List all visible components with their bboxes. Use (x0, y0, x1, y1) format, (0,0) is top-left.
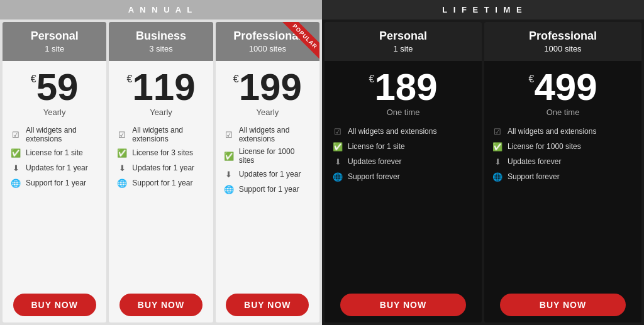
plan-header-professional-lifetime: Professional 1000 sites (484, 22, 641, 61)
download-icon: ⬇ (10, 162, 21, 174)
plan-name: Professional (489, 30, 636, 43)
check-square-icon: ☑ (116, 129, 128, 140)
feature-item: ✅ License for 1000 sites (223, 147, 312, 165)
globe-icon: 🌐 (332, 171, 343, 182)
feature-item: ⬇ Updates for 1 year (10, 162, 99, 174)
currency: € (126, 74, 132, 85)
buy-button-business-annual[interactable]: BUY NOW (119, 294, 203, 316)
feature-item: ☑ All widgets and extensions (332, 126, 474, 137)
check-circle-icon: ✅ (492, 141, 503, 152)
buy-button-personal-lifetime[interactable]: BUY NOW (340, 294, 466, 316)
feature-item: ✅ License for 1 site (10, 147, 99, 158)
period: One time (330, 107, 477, 117)
period: Yearly (221, 107, 314, 117)
feature-text: Updates for 1 year (26, 163, 88, 172)
check-circle-icon: ✅ (116, 147, 128, 158)
feature-item: 🌐 Support for 1 year (116, 177, 205, 189)
plan-price-business-annual: € 119 Yearly (109, 61, 213, 121)
annual-header: A N N U A L (0, 0, 322, 19)
feature-item: ☑ All widgets and extensions (223, 126, 312, 143)
plan-price-professional-annual: € 199 Yearly (216, 61, 319, 121)
feature-text: All widgets and extensions (239, 126, 312, 143)
currency: € (528, 74, 534, 85)
feature-item: ☑ All widgets and extensions (492, 126, 634, 137)
plan-sites: 1000 sites (489, 44, 636, 53)
lifetime-plans-row: Personal 1 site € 189 One time ☑ All wid… (322, 19, 644, 325)
feature-item: ⬇ Updates for 1 year (116, 162, 205, 174)
price-amount: 189 (374, 69, 437, 106)
check-circle-icon: ✅ (223, 150, 235, 162)
download-icon: ⬇ (116, 162, 128, 174)
globe-icon: 🌐 (116, 177, 128, 189)
price-amount: 199 (239, 69, 302, 106)
feature-text: License for 1000 sites (239, 147, 312, 165)
feature-text: License for 1 site (26, 148, 83, 157)
plan-price-professional-lifetime: € 499 One time (484, 61, 641, 121)
globe-icon: 🌐 (492, 171, 503, 182)
feature-item: ⬇ Updates for 1 year (223, 168, 312, 180)
feature-text: Support for 1 year (239, 185, 299, 194)
feature-text: All widgets and extensions (508, 127, 596, 136)
plan-sites: 1 site (8, 44, 101, 53)
plan-personal-annual: Personal 1 site € 59 Yearly ☑ All widget… (3, 22, 106, 322)
check-circle-icon: ✅ (10, 147, 21, 158)
annual-plans-row: Personal 1 site € 59 Yearly ☑ All widget… (0, 19, 322, 325)
feature-text: Updates for 1 year (132, 163, 194, 172)
buy-button-personal-annual[interactable]: BUY NOW (13, 294, 96, 316)
plan-sites: 3 sites (114, 44, 208, 53)
plan-name: Personal (8, 30, 101, 43)
features-professional-lifetime: ☑ All widgets and extensions ✅ License f… (484, 121, 641, 289)
feature-text: Support forever (508, 172, 560, 181)
feature-item: ☑ All widgets and extensions (116, 126, 205, 143)
plan-sites: 1 site (330, 44, 477, 53)
download-icon: ⬇ (223, 168, 235, 180)
period: One time (489, 107, 636, 117)
plan-header-personal-lifetime: Personal 1 site (325, 22, 482, 61)
period: Yearly (114, 107, 208, 117)
buy-button-professional-lifetime[interactable]: BUY NOW (500, 294, 626, 316)
feature-item: ✅ License for 1 site (332, 141, 474, 152)
currency: € (369, 74, 374, 85)
download-icon: ⬇ (492, 156, 503, 167)
plan-professional-lifetime: Professional 1000 sites € 499 One time ☑… (484, 22, 641, 322)
features-business-annual: ☑ All widgets and extensions ✅ License f… (109, 121, 213, 289)
annual-section: A N N U A L Personal 1 site € 59 Yearly (0, 0, 322, 325)
feature-text: All widgets and extensions (132, 126, 205, 143)
feature-item: ⬇ Updates forever (492, 156, 634, 167)
feature-text: License for 1 site (348, 142, 405, 151)
plan-header-business-annual: Business 3 sites (109, 22, 213, 61)
buy-button-professional-annual[interactable]: BUY NOW (226, 294, 309, 316)
check-square-icon: ☑ (332, 126, 343, 137)
plan-name: Personal (330, 30, 477, 43)
check-square-icon: ☑ (492, 126, 503, 137)
feature-text: License for 3 sites (132, 148, 193, 157)
features-personal-annual: ☑ All widgets and extensions ✅ License f… (3, 121, 106, 289)
plan-header-personal-annual: Personal 1 site (3, 22, 106, 61)
check-square-icon: ☑ (223, 129, 235, 140)
feature-text: Support forever (348, 172, 400, 181)
feature-item: ✅ License for 1000 sites (492, 141, 634, 152)
feature-item: 🌐 Support for 1 year (223, 184, 312, 195)
plan-personal-lifetime: Personal 1 site € 189 One time ☑ All wid… (325, 22, 482, 322)
feature-item: 🌐 Support forever (332, 171, 474, 182)
plan-professional-annual: POPULAR Professional 1000 sites € 199 Ye… (216, 22, 319, 322)
globe-icon: 🌐 (10, 177, 21, 189)
plan-name: Business (114, 30, 208, 43)
feature-text: All widgets and extensions (26, 126, 99, 143)
feature-item: ☑ All widgets and extensions (10, 126, 99, 143)
feature-item: 🌐 Support for 1 year (10, 177, 99, 189)
price-amount: 59 (36, 69, 79, 106)
period: Yearly (8, 107, 101, 117)
check-square-icon: ☑ (10, 129, 21, 140)
feature-text: Support for 1 year (132, 179, 192, 187)
feature-text: All widgets and extensions (348, 127, 436, 136)
features-personal-lifetime: ☑ All widgets and extensions ✅ License f… (325, 121, 482, 289)
feature-item: ✅ License for 3 sites (116, 147, 205, 158)
feature-item: 🌐 Support forever (492, 171, 634, 182)
feature-text: Updates forever (348, 157, 401, 166)
price-amount: 499 (534, 69, 597, 106)
features-professional-annual: ☑ All widgets and extensions ✅ License f… (216, 121, 319, 289)
feature-text: License for 1000 sites (508, 142, 581, 151)
price-amount: 119 (132, 69, 195, 106)
plan-price-personal-annual: € 59 Yearly (3, 61, 106, 121)
